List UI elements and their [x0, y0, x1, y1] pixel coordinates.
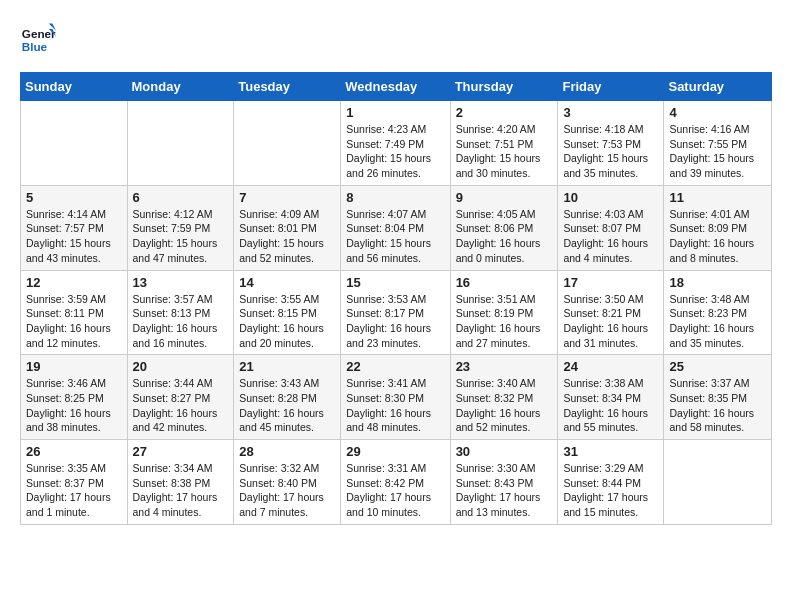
day-number: 6: [133, 190, 229, 205]
day-detail: Sunrise: 3:59 AM Sunset: 8:11 PM Dayligh…: [26, 292, 122, 351]
calendar-cell: 27Sunrise: 3:34 AM Sunset: 8:38 PM Dayli…: [127, 440, 234, 525]
logo-icon: General Blue: [20, 20, 56, 56]
day-number: 20: [133, 359, 229, 374]
calendar-cell: 6Sunrise: 4:12 AM Sunset: 7:59 PM Daylig…: [127, 185, 234, 270]
calendar-cell: 19Sunrise: 3:46 AM Sunset: 8:25 PM Dayli…: [21, 355, 128, 440]
calendar-cell: 15Sunrise: 3:53 AM Sunset: 8:17 PM Dayli…: [341, 270, 450, 355]
calendar-cell: [127, 101, 234, 186]
day-number: 3: [563, 105, 658, 120]
calendar-cell: 13Sunrise: 3:57 AM Sunset: 8:13 PM Dayli…: [127, 270, 234, 355]
calendar-cell: 10Sunrise: 4:03 AM Sunset: 8:07 PM Dayli…: [558, 185, 664, 270]
calendar-cell: 14Sunrise: 3:55 AM Sunset: 8:15 PM Dayli…: [234, 270, 341, 355]
day-header-saturday: Saturday: [664, 73, 772, 101]
calendar-cell: 30Sunrise: 3:30 AM Sunset: 8:43 PM Dayli…: [450, 440, 558, 525]
calendar-cell: 26Sunrise: 3:35 AM Sunset: 8:37 PM Dayli…: [21, 440, 128, 525]
week-row-2: 5Sunrise: 4:14 AM Sunset: 7:57 PM Daylig…: [21, 185, 772, 270]
day-detail: Sunrise: 4:09 AM Sunset: 8:01 PM Dayligh…: [239, 207, 335, 266]
day-number: 1: [346, 105, 444, 120]
day-detail: Sunrise: 4:12 AM Sunset: 7:59 PM Dayligh…: [133, 207, 229, 266]
calendar-cell: 22Sunrise: 3:41 AM Sunset: 8:30 PM Dayli…: [341, 355, 450, 440]
calendar-cell: 5Sunrise: 4:14 AM Sunset: 7:57 PM Daylig…: [21, 185, 128, 270]
day-detail: Sunrise: 4:18 AM Sunset: 7:53 PM Dayligh…: [563, 122, 658, 181]
calendar-cell: 8Sunrise: 4:07 AM Sunset: 8:04 PM Daylig…: [341, 185, 450, 270]
days-header-row: SundayMondayTuesdayWednesdayThursdayFrid…: [21, 73, 772, 101]
day-number: 17: [563, 275, 658, 290]
calendar-cell: 9Sunrise: 4:05 AM Sunset: 8:06 PM Daylig…: [450, 185, 558, 270]
week-row-4: 19Sunrise: 3:46 AM Sunset: 8:25 PM Dayli…: [21, 355, 772, 440]
day-detail: Sunrise: 3:48 AM Sunset: 8:23 PM Dayligh…: [669, 292, 766, 351]
day-number: 8: [346, 190, 444, 205]
day-detail: Sunrise: 4:20 AM Sunset: 7:51 PM Dayligh…: [456, 122, 553, 181]
calendar-cell: 24Sunrise: 3:38 AM Sunset: 8:34 PM Dayli…: [558, 355, 664, 440]
day-number: 18: [669, 275, 766, 290]
calendar-cell: 12Sunrise: 3:59 AM Sunset: 8:11 PM Dayli…: [21, 270, 128, 355]
day-number: 2: [456, 105, 553, 120]
day-number: 28: [239, 444, 335, 459]
week-row-3: 12Sunrise: 3:59 AM Sunset: 8:11 PM Dayli…: [21, 270, 772, 355]
day-number: 5: [26, 190, 122, 205]
calendar-cell: 21Sunrise: 3:43 AM Sunset: 8:28 PM Dayli…: [234, 355, 341, 440]
day-detail: Sunrise: 3:50 AM Sunset: 8:21 PM Dayligh…: [563, 292, 658, 351]
calendar-table: SundayMondayTuesdayWednesdayThursdayFrid…: [20, 72, 772, 525]
calendar-cell: 7Sunrise: 4:09 AM Sunset: 8:01 PM Daylig…: [234, 185, 341, 270]
day-detail: Sunrise: 3:55 AM Sunset: 8:15 PM Dayligh…: [239, 292, 335, 351]
calendar-cell: 23Sunrise: 3:40 AM Sunset: 8:32 PM Dayli…: [450, 355, 558, 440]
day-detail: Sunrise: 4:05 AM Sunset: 8:06 PM Dayligh…: [456, 207, 553, 266]
calendar-cell: 16Sunrise: 3:51 AM Sunset: 8:19 PM Dayli…: [450, 270, 558, 355]
day-detail: Sunrise: 3:40 AM Sunset: 8:32 PM Dayligh…: [456, 376, 553, 435]
day-number: 11: [669, 190, 766, 205]
day-detail: Sunrise: 3:57 AM Sunset: 8:13 PM Dayligh…: [133, 292, 229, 351]
calendar-cell: [234, 101, 341, 186]
day-number: 24: [563, 359, 658, 374]
day-detail: Sunrise: 4:01 AM Sunset: 8:09 PM Dayligh…: [669, 207, 766, 266]
day-detail: Sunrise: 3:31 AM Sunset: 8:42 PM Dayligh…: [346, 461, 444, 520]
day-number: 19: [26, 359, 122, 374]
day-number: 22: [346, 359, 444, 374]
calendar-cell: 29Sunrise: 3:31 AM Sunset: 8:42 PM Dayli…: [341, 440, 450, 525]
day-header-wednesday: Wednesday: [341, 73, 450, 101]
day-number: 27: [133, 444, 229, 459]
day-number: 31: [563, 444, 658, 459]
day-number: 26: [26, 444, 122, 459]
day-number: 14: [239, 275, 335, 290]
calendar-cell: 31Sunrise: 3:29 AM Sunset: 8:44 PM Dayli…: [558, 440, 664, 525]
day-number: 12: [26, 275, 122, 290]
calendar-cell: 4Sunrise: 4:16 AM Sunset: 7:55 PM Daylig…: [664, 101, 772, 186]
day-header-tuesday: Tuesday: [234, 73, 341, 101]
page-header: General Blue: [20, 20, 772, 56]
day-number: 7: [239, 190, 335, 205]
calendar-cell: [21, 101, 128, 186]
day-header-monday: Monday: [127, 73, 234, 101]
day-detail: Sunrise: 3:29 AM Sunset: 8:44 PM Dayligh…: [563, 461, 658, 520]
day-detail: Sunrise: 3:35 AM Sunset: 8:37 PM Dayligh…: [26, 461, 122, 520]
calendar-cell: 2Sunrise: 4:20 AM Sunset: 7:51 PM Daylig…: [450, 101, 558, 186]
calendar-cell: 17Sunrise: 3:50 AM Sunset: 8:21 PM Dayli…: [558, 270, 664, 355]
day-detail: Sunrise: 3:38 AM Sunset: 8:34 PM Dayligh…: [563, 376, 658, 435]
day-number: 15: [346, 275, 444, 290]
calendar-cell: [664, 440, 772, 525]
calendar-cell: 3Sunrise: 4:18 AM Sunset: 7:53 PM Daylig…: [558, 101, 664, 186]
day-detail: Sunrise: 3:37 AM Sunset: 8:35 PM Dayligh…: [669, 376, 766, 435]
day-detail: Sunrise: 4:16 AM Sunset: 7:55 PM Dayligh…: [669, 122, 766, 181]
day-detail: Sunrise: 3:34 AM Sunset: 8:38 PM Dayligh…: [133, 461, 229, 520]
day-detail: Sunrise: 4:03 AM Sunset: 8:07 PM Dayligh…: [563, 207, 658, 266]
day-number: 25: [669, 359, 766, 374]
day-detail: Sunrise: 3:32 AM Sunset: 8:40 PM Dayligh…: [239, 461, 335, 520]
calendar-cell: 20Sunrise: 3:44 AM Sunset: 8:27 PM Dayli…: [127, 355, 234, 440]
week-row-1: 1Sunrise: 4:23 AM Sunset: 7:49 PM Daylig…: [21, 101, 772, 186]
logo: General Blue: [20, 20, 60, 56]
day-number: 30: [456, 444, 553, 459]
svg-text:Blue: Blue: [22, 40, 48, 53]
calendar-cell: 25Sunrise: 3:37 AM Sunset: 8:35 PM Dayli…: [664, 355, 772, 440]
calendar-cell: 1Sunrise: 4:23 AM Sunset: 7:49 PM Daylig…: [341, 101, 450, 186]
day-header-friday: Friday: [558, 73, 664, 101]
svg-text:General: General: [22, 27, 56, 40]
day-detail: Sunrise: 4:07 AM Sunset: 8:04 PM Dayligh…: [346, 207, 444, 266]
day-detail: Sunrise: 3:53 AM Sunset: 8:17 PM Dayligh…: [346, 292, 444, 351]
day-number: 29: [346, 444, 444, 459]
day-number: 4: [669, 105, 766, 120]
day-number: 10: [563, 190, 658, 205]
day-detail: Sunrise: 3:41 AM Sunset: 8:30 PM Dayligh…: [346, 376, 444, 435]
day-number: 9: [456, 190, 553, 205]
day-number: 23: [456, 359, 553, 374]
